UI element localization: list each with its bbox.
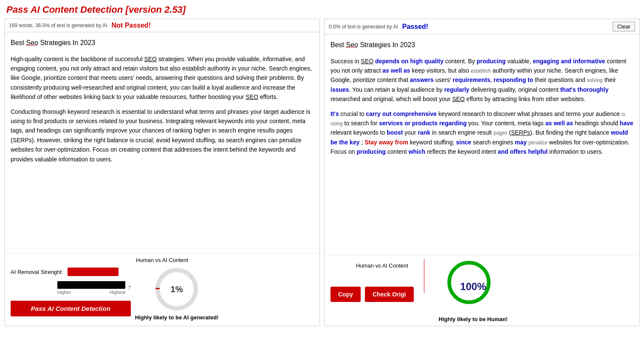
slider-labels: Higher Highest <box>57 290 125 295</box>
right-status-bar: 0.0% of text is generated by AI Passed! … <box>325 19 639 34</box>
left-bottom-text: Highly likely to be AI generated! <box>135 314 219 321</box>
hl-its: It's <box>330 110 339 117</box>
left-circle-chart: 1% <box>153 266 200 313</box>
left-panel: 169 words, 36.0% of text is generated by… <box>4 19 320 326</box>
slider-label-highest: Highest <box>110 290 125 295</box>
left-bottom-row: AI Removal Strenght: Higher Highest <box>11 266 314 321</box>
left-chart-label: Human vs AI Content <box>11 257 314 263</box>
left-chart-area: 1% Highly likely to be AI generated! <box>135 266 219 321</box>
left-para-2: Conducting thorough keyword research is … <box>11 107 314 164</box>
right-seo-word: Seo <box>346 41 358 48</box>
hl-aswell: as well as <box>382 67 410 74</box>
hl-offershelpful: and offers helpful <box>498 148 548 155</box>
hl-penalize: penalize <box>528 140 548 146</box>
hl-producing2: producing <box>356 148 385 155</box>
hl-rank: rank <box>418 129 430 136</box>
slider-row: Higher Highest ? <box>49 281 131 295</box>
action-buttons-row: Copy Check Origi <box>330 287 414 302</box>
right-divider <box>424 259 424 293</box>
app-title: Pass AI Content Detection [version 2.53] <box>6 4 186 15</box>
slider-label-higher: Higher <box>57 290 71 295</box>
right-circle-area: 100% Highly likely to be Human! <box>439 259 508 322</box>
hl-engaging: engaging and informative <box>533 58 605 65</box>
hl-solving: solving <box>587 77 602 83</box>
right-status-label: Passed! <box>402 23 428 31</box>
right-circle-chart: 100% <box>446 259 501 314</box>
right-panel: 0.0% of text is generated by AI Passed! … <box>324 19 640 326</box>
left-status-info: 169 words, 36.0% of text is generated by… <box>9 23 107 28</box>
left-panel-bottom: Human vs AI Content AI Removal Strenght:… <box>5 253 319 324</box>
slider-container: Higher Highest <box>57 281 125 295</box>
left-seo-word: Seo <box>26 39 38 46</box>
right-bottom-text: Highly likely to be Human! <box>439 316 508 322</box>
hl-carryout: carry out comprehensive <box>366 110 437 117</box>
ai-removal-label: AI Removal Strenght: <box>11 269 63 275</box>
app-container: Pass AI Content Detection [version 2.53]… <box>0 0 644 326</box>
pass-ai-button[interactable]: Pass AI Content Detection <box>11 301 131 316</box>
main-container: 169 words, 36.0% of text is generated by… <box>0 19 644 326</box>
hl-aswell2: as well as <box>545 120 573 127</box>
hl-requirements: requirements <box>453 76 491 83</box>
clear-button[interactable]: Clear <box>613 22 635 31</box>
hl-since: since <box>456 139 471 146</box>
hl-services: services or products regarding <box>379 120 466 127</box>
check-button[interactable]: Check Origi <box>365 287 414 302</box>
right-action-buttons: Human vs AI Content Copy Check Origi <box>330 259 414 302</box>
app-header: Pass AI Content Detection [version 2.53] <box>0 0 644 19</box>
left-status-bar: 169 words, 36.0% of text is generated by… <box>5 19 319 32</box>
hl-pages: pages <box>494 130 508 136</box>
copy-button[interactable]: Copy <box>330 287 361 302</box>
right-para-1: Success in SEO depends on high quality c… <box>330 56 633 104</box>
hl-stayaway: Stay away from <box>364 139 408 146</box>
slider-bar[interactable] <box>57 281 125 289</box>
hl-establish: establish <box>471 68 491 74</box>
hl-producing: producing <box>477 58 506 65</box>
hl-responding: responding to <box>494 76 533 83</box>
strength-bar <box>68 268 119 276</box>
right-content-area: Best Seo Strategies In 2023 Success in S… <box>325 34 639 255</box>
hl-depends: depends on high quality <box>375 58 443 65</box>
hl-thats: that's thoroughly <box>560 86 609 93</box>
left-circle-percent: 1% <box>171 285 183 294</box>
left-para-1: High-quality content is the backbone of … <box>11 54 314 102</box>
left-content-title: Best Seo Strategies In 2023 <box>11 37 314 48</box>
hl-issues: issues <box>330 86 349 93</box>
left-content-area: Best Seo Strategies In 2023 High-quality… <box>5 32 319 253</box>
hl-have: have <box>620 120 633 127</box>
hl-which: which <box>409 148 426 155</box>
hl-answers: answers <box>410 76 434 83</box>
right-circle-percent: 100% <box>460 281 486 293</box>
right-para-2: It's crucial to carry out comprehensive … <box>330 109 633 157</box>
hl-boost: boost <box>387 129 403 136</box>
left-status-label: Not Passed! <box>111 22 150 29</box>
question-mark-icon[interactable]: ? <box>128 285 131 291</box>
right-content-title: Best Seo Strategies In 2023 <box>330 39 633 51</box>
hl-may: may <box>515 139 527 146</box>
hl-regularly: regularly <box>444 86 469 93</box>
right-panel-bottom: Human vs AI Content Copy Check Origi 100… <box>325 255 639 326</box>
right-chart-label: Human vs AI Content <box>356 262 414 269</box>
left-controls: AI Removal Strenght: Higher Highest <box>11 266 131 316</box>
right-status-info: 0.0% of text is generated by AI <box>329 24 398 30</box>
ai-removal-row: AI Removal Strenght: <box>11 266 131 278</box>
